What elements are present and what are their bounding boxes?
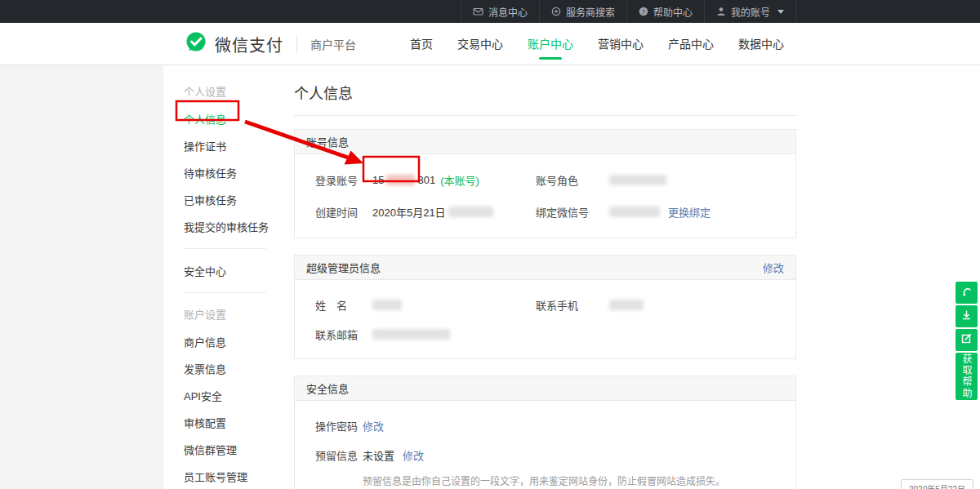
nav-data-center[interactable]: 数据中心 <box>726 23 796 65</box>
reserved-info-description: 预留信息是由你自己设置的一段文字，用来鉴定网站身份，防止假冒网站造成损失。 配置… <box>363 474 795 489</box>
nav-transaction-center[interactable]: 交易中心 <box>445 23 515 65</box>
login-account-redacted <box>386 175 415 185</box>
reserved-info-desc-line-1: 预留信息是由你自己设置的一段文字，用来鉴定网站身份，防止假冒网站造成损失。 <box>363 474 795 489</box>
super-admin-section: 超级管理员信息 修改 姓 名 联系手机 <box>294 255 796 359</box>
reserved-info-edit-link[interactable]: 修改 <box>403 447 424 463</box>
account-info-title: 账号信息 <box>306 134 349 149</box>
super-admin-edit-link[interactable]: 修改 <box>763 260 784 275</box>
sidebar-item-invoice-info[interactable]: 发票信息 <box>184 355 283 382</box>
admin-phone-cell: 联系手机 <box>536 297 795 313</box>
service-provider-search-button[interactable]: 服务商搜索 <box>539 0 626 23</box>
reserved-info-value: 未设置 <box>363 447 394 463</box>
operation-password-label: 操作密码 <box>315 418 363 433</box>
sidebar-divider <box>184 248 266 249</box>
account-info-header: 账号信息 <box>295 130 795 154</box>
account-role-cell: 账号角色 <box>536 172 795 188</box>
bound-wechat-redacted <box>609 207 660 217</box>
sidebar-item-merchant-info[interactable]: 商户信息 <box>184 328 283 355</box>
svg-text:?: ? <box>642 8 646 16</box>
admin-row-2: 联系邮箱 <box>295 319 795 349</box>
sidebar-item-security-center[interactable]: 安全中心 <box>184 257 283 284</box>
admin-phone-redacted <box>609 300 644 310</box>
security-info-body: 操作密码 修改 预留信息 未设置 修改 预留信息是由你自己设置的一段文字，用来鉴… <box>295 401 795 489</box>
get-help-button[interactable]: 获取帮助 <box>956 353 978 400</box>
account-role-label: 账号角色 <box>536 172 609 188</box>
security-info-header: 安全信息 <box>295 376 795 401</box>
reserved-info-row: 预留信息 未设置 修改 <box>295 440 795 469</box>
left-gutter <box>0 65 163 489</box>
admin-email-redacted <box>372 329 450 340</box>
brand-logo-link[interactable]: 微信支付 商户平台 <box>184 30 356 58</box>
my-account-label: 我的账号 <box>731 5 770 19</box>
login-account-label: 登录账号 <box>315 172 372 188</box>
admin-name-label: 姓 名 <box>315 297 372 313</box>
sidebar-item-wechat-group-mgmt[interactable]: 微信群管理 <box>184 436 283 463</box>
page-body: 个人设置 个人信息 操作证书 待审核任务 已审核任务 我提交的审核任务 安全中心… <box>0 65 980 489</box>
login-account-prefix: 15 <box>372 174 384 186</box>
change-binding-link[interactable]: 更换绑定 <box>668 204 710 220</box>
screen: 消息中心 服务商搜索 ? 帮助中心 我的账号 <box>0 0 980 489</box>
account-row-1: 登录账号 15 301 (本账号) 账号角色 <box>295 164 795 196</box>
account-row-2: 创建时间 2020年5月21日 绑定微信号 更换绑定 <box>295 196 795 228</box>
admin-email-cell: 联系邮箱 <box>295 327 536 342</box>
account-info-section: 账号信息 登录账号 15 301 (本账号) 账号角色 <box>294 129 796 238</box>
main-nav: 首页 交易中心 账户中心 营销中心 产品中心 数据中心 <box>398 23 796 65</box>
message-center-button[interactable]: 消息中心 <box>461 0 539 23</box>
nav-account-center-label: 账户中心 <box>528 38 573 51</box>
login-account-suffix: 301 <box>417 174 435 186</box>
contact-icon <box>960 285 973 300</box>
admin-row-1: 姓 名 联系手机 <box>295 290 795 319</box>
download-icon <box>960 309 973 324</box>
admin-email-label: 联系邮箱 <box>315 327 372 342</box>
sidebar-item-my-submitted-tasks[interactable]: 我提交的审核任务 <box>184 213 283 240</box>
service-provider-search-label: 服务商搜索 <box>566 5 615 19</box>
sidebar-item-pending-review-tasks[interactable]: 待审核任务 <box>184 159 283 186</box>
feedback-button[interactable] <box>956 329 978 351</box>
help-center-button[interactable]: ? 帮助中心 <box>626 0 704 23</box>
user-icon <box>716 7 726 16</box>
caret-down-icon <box>777 10 784 14</box>
brand-portal-name: 商户平台 <box>310 36 356 52</box>
operation-password-edit-link[interactable]: 修改 <box>363 418 384 433</box>
created-time-cell: 创建时间 2020年5月21日 <box>295 204 536 220</box>
my-account-menu[interactable]: 我的账号 <box>704 0 796 23</box>
sidebar-item-personal-info[interactable]: 个人信息 <box>184 105 283 132</box>
sidebar-section-account-settings: 账户设置 <box>184 301 283 328</box>
nav-marketing-center[interactable]: 营销中心 <box>586 23 656 65</box>
admin-name-redacted <box>372 300 402 310</box>
sidebar-section-personal-settings: 个人设置 <box>184 78 283 105</box>
created-time-redacted <box>448 207 493 217</box>
edit-icon <box>960 332 973 348</box>
super-admin-header: 超级管理员信息 修改 <box>295 256 795 280</box>
bound-wechat-cell: 绑定微信号 更换绑定 <box>536 204 795 220</box>
sidebar-item-operation-certificate[interactable]: 操作证书 <box>184 132 283 159</box>
site-header-inner: 微信支付 商户平台 首页 交易中心 账户中心 营销中心 产品中心 数据中心 <box>184 23 796 65</box>
sidebar-item-api-security[interactable]: API安全 <box>184 382 283 409</box>
nav-product-center[interactable]: 产品中心 <box>656 23 726 65</box>
mail-icon <box>473 7 483 16</box>
help-icon: ? <box>639 7 648 16</box>
nav-home[interactable]: 首页 <box>398 23 445 65</box>
active-tab-underline <box>539 57 562 60</box>
sidebar-divider <box>184 292 266 293</box>
sidebar-item-review-config[interactable]: 审核配置 <box>184 409 283 436</box>
reserved-info-label: 预留信息 <box>315 447 363 463</box>
account-info-body: 登录账号 15 301 (本账号) 账号角色 创建时 <box>295 154 795 238</box>
service-search-icon <box>551 7 561 16</box>
super-admin-body: 姓 名 联系手机 联系邮箱 <box>295 280 795 358</box>
page-title: 个人信息 <box>294 65 796 115</box>
super-admin-title: 超级管理员信息 <box>306 260 381 275</box>
download-button[interactable] <box>956 305 978 327</box>
utility-topbar: 消息中心 服务商搜索 ? 帮助中心 我的账号 <box>0 0 980 23</box>
sidebar-item-reviewed-tasks[interactable]: 已审核任务 <box>184 186 283 213</box>
bound-wechat-label: 绑定微信号 <box>536 204 609 220</box>
wechat-pay-logo-icon <box>184 30 208 58</box>
account-role-redacted <box>609 175 666 185</box>
message-center-label: 消息中心 <box>488 5 528 19</box>
created-time-label: 创建时间 <box>315 204 372 220</box>
nav-account-center[interactable]: 账户中心 <box>515 23 586 65</box>
brand-name: 微信支付 <box>215 33 283 56</box>
sidebar-item-staff-account-mgmt[interactable]: 员工账号管理 <box>184 463 283 489</box>
contact-button[interactable] <box>956 282 978 304</box>
created-time-value: 2020年5月21日 <box>372 204 446 220</box>
